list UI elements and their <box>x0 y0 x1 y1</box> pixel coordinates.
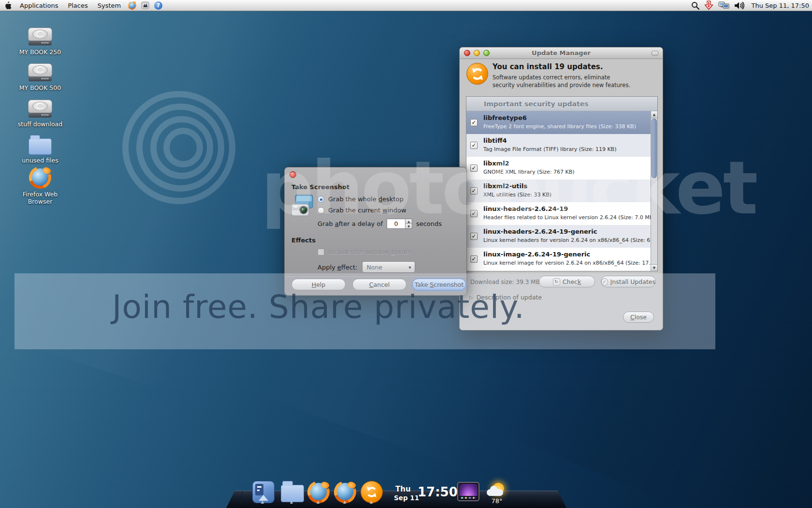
dock: ▲ ▲ ▲ ▲ ▲ Thu Sep 11 17:50 78° <box>0 477 812 508</box>
dock-time: 17:50 <box>418 485 458 499</box>
dock-display-icon[interactable] <box>457 482 479 501</box>
scrollbar[interactable]: ▲ ▼ <box>651 111 657 271</box>
delay-label: Grab after a delay of <box>318 220 383 227</box>
help-button[interactable]: Help <box>291 279 346 290</box>
refresh-icon: ↻ <box>553 278 560 285</box>
dock-folder-icon[interactable] <box>281 481 304 502</box>
firefox-launcher-icon[interactable] <box>128 1 136 10</box>
desktop-icon-my-book-250[interactable]: MY BOOK 250 <box>14 24 67 56</box>
update-subtext: Software updates correct errors, elimina… <box>493 74 630 89</box>
scroll-down-icon[interactable]: ▼ <box>651 264 657 271</box>
update-checkbox[interactable]: ✓ <box>470 142 478 149</box>
icon-label: stuff download <box>14 120 67 128</box>
icon-label: MY BOOK 500 <box>14 84 67 91</box>
photo-tool-icon[interactable] <box>141 1 149 9</box>
hard-drive-icon <box>14 60 67 82</box>
dialog-title: Take Screenshot <box>291 183 349 191</box>
update-checkbox[interactable]: ✓ <box>470 233 478 240</box>
apply-effect-label: Apply effect: <box>318 264 357 271</box>
menubar-clock[interactable]: Thu Sep 11, 17:50 <box>752 2 809 9</box>
scrollbar-thumb[interactable] <box>652 119 657 178</box>
radio-current-window[interactable]: Grab the current window <box>318 207 406 214</box>
menu-system[interactable]: System <box>93 0 126 11</box>
cloud-icon <box>487 489 503 496</box>
spin-up-icon: ▲ <box>406 219 412 224</box>
chevron-down-icon: ▾ <box>408 265 411 270</box>
radio-selected-icon[interactable] <box>318 196 324 203</box>
toolbar-toggle-button[interactable] <box>652 51 658 56</box>
network-icon[interactable] <box>718 1 729 10</box>
volume-icon[interactable] <box>734 1 744 10</box>
updates-available-icon[interactable] <box>704 0 713 10</box>
scroll-up-icon[interactable]: ▲ <box>651 111 657 118</box>
window-title: Update Manager <box>460 49 663 57</box>
expander-icon: ▷ <box>469 295 473 300</box>
updates-list: Important security updates ✓ libfreetype… <box>466 96 658 271</box>
delay-spinner[interactable]: 0 ▲▼ <box>387 219 412 229</box>
checkbox-disabled-icon <box>318 249 324 255</box>
menu-applications[interactable]: Applications <box>15 0 63 11</box>
spinner-arrows[interactable]: ▲▼ <box>405 219 412 228</box>
cancel-button[interactable]: Cancel <box>352 279 406 290</box>
running-indicator-icon: ▲ <box>343 500 346 504</box>
delay-suffix: seconds <box>416 220 442 227</box>
close-dialog-button[interactable] <box>290 171 296 178</box>
update-row[interactable]: ✓ linux-headers-2.6.24-19 Header files r… <box>466 202 651 225</box>
delay-value[interactable]: 0 <box>387 219 405 228</box>
spin-down-icon: ▼ <box>406 224 412 228</box>
update-checkbox[interactable]: ✓ <box>470 119 478 126</box>
running-indicator-icon: ▲ <box>290 500 293 504</box>
description-expander[interactable]: ▷ Description of update <box>469 294 542 301</box>
update-manager-titlebar[interactable]: Update Manager <box>460 47 663 59</box>
running-indicator-icon: ▲ <box>261 500 264 504</box>
effects-header: Effects <box>291 237 316 244</box>
update-row[interactable]: ✓ linux-image-2.6.24-19-generic Linux ke… <box>466 248 651 270</box>
help-icon[interactable]: ? <box>154 1 162 10</box>
update-row[interactable]: ✓ libfreetype6 FreeType 2 font engine, s… <box>466 111 651 134</box>
desktop-icon-firefox[interactable]: Firefox Web Browser <box>14 166 67 205</box>
effect-value: None <box>366 264 382 271</box>
menu-places[interactable]: Places <box>63 0 92 11</box>
update-checkbox[interactable]: ✓ <box>470 210 478 217</box>
update-row[interactable]: ✓ libtiff4 Tag Image File Format (TIFF) … <box>466 134 651 157</box>
check-icon: ✓ <box>601 278 608 285</box>
folder-icon <box>14 133 67 155</box>
update-row[interactable]: ✓ linux-headers-2.6.24-19-generic Linux … <box>466 225 651 248</box>
install-updates-button[interactable]: ✓ Install Updates <box>601 276 656 287</box>
temperature-label: 78° <box>485 497 509 505</box>
running-indicator-icon: ▲ <box>370 500 373 504</box>
update-checkbox[interactable]: ✓ <box>470 187 478 194</box>
camera-icon <box>290 194 314 219</box>
hard-drive-icon <box>14 24 67 46</box>
menubar: Applications Places System ? Thu Sep 11,… <box>0 0 812 11</box>
desktop-icon-unused-files[interactable]: unused files <box>14 133 67 164</box>
download-size-label: Download size: 39.3 MB <box>470 279 540 285</box>
update-row[interactable]: ✓ libxml2 GNOME XML library (Size: 767 K… <box>466 157 651 179</box>
take-screenshot-dialog: Take Screenshot Grab the whole desktop G… <box>284 167 467 296</box>
icon-label: unused files <box>14 157 67 164</box>
icon-label: MY BOOK 250 <box>14 48 67 56</box>
search-icon[interactable] <box>691 1 699 10</box>
update-checkbox[interactable]: ✓ <box>470 164 478 172</box>
updates-list-header: Important security updates <box>466 97 657 111</box>
check-button[interactable]: ↻ Check <box>539 276 595 287</box>
close-button[interactable]: Close <box>623 312 654 323</box>
desktop: MY BOOK 250 MY BOOK 500 stuff download u… <box>0 0 812 508</box>
hard-drive-icon <box>14 96 67 119</box>
update-row[interactable]: ✓ libxml2-utils XML utilities (Size: 33 … <box>466 179 651 202</box>
update-checkbox[interactable]: ✓ <box>470 255 478 263</box>
apple-menu-icon[interactable] <box>5 1 11 9</box>
firefox-icon <box>14 166 67 189</box>
radio-whole-desktop[interactable]: Grab the whole desktop <box>318 195 404 203</box>
include-border-checkbox-row: Include the window border <box>318 248 412 255</box>
dock-day: Thu <box>395 485 411 493</box>
update-headline: You can install 19 updates. <box>493 62 603 71</box>
desktop-icon-my-book-500[interactable]: MY BOOK 500 <box>14 60 67 91</box>
take-screenshot-button[interactable]: Take Screenshot <box>412 279 466 290</box>
icon-label: Firefox Web Browser <box>14 191 67 205</box>
effect-dropdown[interactable]: None ▾ <box>362 261 415 273</box>
update-manager-window: Update Manager You can install 19 update… <box>459 47 663 330</box>
radio-unselected-icon[interactable] <box>318 207 324 214</box>
desktop-icon-stuff-download[interactable]: stuff download <box>14 96 67 128</box>
update-manager-icon <box>466 63 488 85</box>
